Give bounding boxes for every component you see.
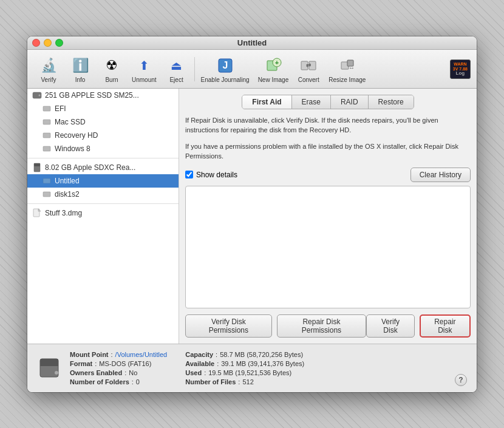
mount-point-key: Mount Point [70,351,109,358]
svg-text:J: J [222,60,228,70]
verify-label: Verify [41,76,56,83]
sidebar-item-stuff-dmg-label: Stuff 3.dmg [45,209,82,217]
used-key: Used [185,369,202,376]
files-key: Number of Files [185,378,236,386]
unmount-icon: ⬆ [134,56,154,75]
sidebar-item-untitled[interactable]: Untitled [27,174,179,188]
toolbar-enable-journaling[interactable]: J Enable Journaling [197,53,253,86]
sidebar-item-efi[interactable]: EFI [27,102,179,115]
info-label: Info [75,76,86,83]
repair-disk-permissions-button[interactable]: Repair Disk Permissions [277,314,367,338]
sidebar-item-disk1s2[interactable]: disk1s2 [27,188,179,201]
verify-disk-permissions-button[interactable]: Verify Disk Permissions [185,314,272,338]
maximize-button[interactable] [55,39,63,47]
main-window: Untitled 🔬 Verify ℹ️ Info ☢ Burn ⬆ Unmou… [27,36,477,392]
mount-point-value[interactable]: /Volumes/Untitled [115,351,168,358]
tab-first-aid[interactable]: First Aid [242,95,291,109]
info-icon: ℹ️ [70,56,90,75]
sidebar-item-mac-ssd-label: Mac SSD [55,118,86,126]
eject-icon: ⏏ [167,56,186,75]
files-value: 512 [242,378,253,386]
partition-icon-untitled [42,176,52,186]
close-button[interactable] [32,39,40,47]
right-panel: First Aid Erase RAID Restore If Repair D… [179,89,477,344]
sidebar-item-ssd[interactable]: 251 GB APPLE SSD SM25... [27,89,179,102]
svg-rect-25 [40,364,58,366]
tab-bar: First Aid Erase RAID Restore [242,95,414,109]
sidebar-item-sdxc[interactable]: 8.02 GB Apple SDXC Rea... [27,161,179,174]
show-details-label[interactable]: Show details [185,171,237,179]
owners-row: Owners Enabled : No [70,369,167,376]
folders-key: Number of Folders [70,378,129,386]
format-key: Format [70,360,92,367]
convert-icon: ⇄ [299,56,318,75]
toolbar-unmount[interactable]: ⬆ Unmount [128,53,160,86]
enable-journaling-label: Enable Journaling [201,76,250,83]
verify-disk-button[interactable]: Verify Disk [366,314,415,338]
tab-restore[interactable]: Restore [369,95,414,109]
partition-icon-efi [42,104,52,114]
sidebar-item-mac-ssd[interactable]: Mac SSD [27,115,179,129]
available-value: 39.1 MB (39,141,376 Bytes) [221,360,304,367]
toolbar-verify[interactable]: 🔬 Verify [33,53,64,86]
used-value: 19.5 MB (19,521,536 Bytes) [208,369,291,376]
capacity-row: Capacity : 58.7 MB (58,720,256 Bytes) [185,351,304,358]
available-colon: : [217,360,219,367]
svg-rect-14 [43,120,50,124]
tab-erase[interactable]: Erase [292,95,331,109]
capacity-colon: : [216,351,217,358]
mount-point-row: Mount Point : /Volumes/Untitled [70,351,167,358]
clear-history-button[interactable]: Clear History [410,168,471,182]
toolbar-eject[interactable]: ⏏ Eject [162,53,192,86]
toolbar-new-image[interactable]: + New Image [254,53,293,86]
partition-icon-windows [42,144,52,154]
owners-value: No [129,369,137,376]
show-details-row: Show details Clear History [185,168,471,182]
right-buttons: Verify Disk Repair Disk [366,314,471,338]
svg-rect-20 [43,192,50,197]
main-content: 251 GB APPLE SSD SM25... EFI Mac SSD Rec… [27,89,477,344]
sidebar-separator [27,158,179,158]
action-buttons-row: Verify Disk Permissions Repair Disk Perm… [185,314,471,338]
disk-info-grid: Mount Point : /Volumes/Untitled Format :… [70,351,446,386]
used-row: Used : 19.5 MB (19,521,536 Bytes) [185,369,304,376]
toolbar-burn[interactable]: ☢ Burn [97,53,127,86]
show-details-checkbox[interactable] [185,171,193,178]
enable-journaling-icon: J [216,56,235,75]
svg-text:+: + [275,59,279,66]
toolbar: 🔬 Verify ℹ️ Info ☢ Burn ⬆ Unmount ⏏ Ejec… [27,50,477,89]
log-button[interactable]: WARN 3V 7.88 Log [450,59,471,79]
hdd-icon [32,90,42,100]
resize-image-label: Resize Image [329,76,366,83]
minimize-button[interactable] [44,39,52,47]
format-value: MS-DOS (FAT16) [99,360,151,367]
toolbar-info[interactable]: ℹ️ Info [65,53,95,86]
svg-rect-13 [43,106,50,111]
log-label: Log [453,71,468,76]
new-image-label: New Image [258,76,289,83]
help-button[interactable]: ? [455,374,467,386]
info-col-right: Capacity : 58.7 MB (58,720,256 Bytes) Av… [185,351,304,386]
folders-value: 0 [136,378,140,386]
partition-icon-mac-ssd [42,117,52,127]
sidebar-item-windows8[interactable]: Windows 8 [27,142,179,155]
titlebar: Untitled [27,36,477,50]
used-colon: : [204,369,206,376]
tab-raid[interactable]: RAID [331,95,369,109]
sidebar-item-stuff-dmg[interactable]: Stuff 3.dmg [27,206,179,220]
format-row: Format : MS-DOS (FAT16) [70,360,167,367]
info-col-left: Mount Point : /Volumes/Untitled Format :… [70,351,167,386]
capacity-value: 58.7 MB (58,720,256 Bytes) [220,351,303,358]
log-warn-text: WARN [453,62,468,67]
dmg-icon [32,208,42,218]
sidebar-item-recovery-hd[interactable]: Recovery HD [27,129,179,142]
toolbar-convert[interactable]: ⇄ Convert [293,53,324,86]
window-title: Untitled [237,38,267,47]
left-buttons: Verify Disk Permissions Repair Disk Perm… [185,314,366,338]
repair-disk-button[interactable]: Repair Disk [420,314,471,338]
toolbar-resize-image[interactable]: ↔ Resize Image [325,53,369,86]
files-colon: : [238,378,240,386]
svg-rect-15 [43,133,50,138]
format-colon: : [95,360,97,367]
mount-point-colon: : [111,351,113,358]
